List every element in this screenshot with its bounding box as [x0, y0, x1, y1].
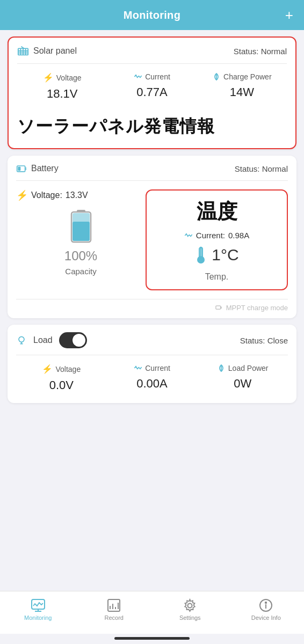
charge-power-icon	[212, 72, 221, 81]
thermometer-icon	[194, 245, 207, 265]
nav-monitoring[interactable]: Monitoring	[0, 596, 76, 623]
load-current-label-group: Current	[134, 364, 170, 372]
load-card: Load Status: Close ⚡ Voltage 0.0V	[8, 325, 296, 403]
load-voltage-icon: ⚡	[42, 364, 53, 374]
load-icon	[16, 335, 27, 346]
current-icon	[134, 72, 142, 81]
record-nav-label: Record	[105, 614, 124, 621]
svg-point-23	[19, 336, 24, 342]
battery-voltage-label: Voltage:	[31, 191, 62, 200]
mppt-label: MPPT charge mode	[226, 304, 288, 312]
svg-point-38	[265, 602, 266, 603]
svg-line-7	[21, 47, 22, 47]
solar-current-value: 0.77A	[136, 85, 168, 99]
load-voltage-metric: ⚡ Voltage 0.0V	[16, 364, 107, 392]
device-info-nav-icon	[258, 598, 273, 613]
solar-card-header: Solar panel Status: Normal	[9, 38, 295, 63]
load-power-metric: Load Power 0W	[197, 364, 288, 392]
solar-charge-power-metric: Charge Power 14W	[197, 72, 287, 101]
battery-current-icon	[184, 231, 193, 240]
device-info-nav-label: Device Info	[251, 614, 281, 621]
voltage-icon: ⚡	[43, 72, 54, 83]
monitoring-nav-label: Monitoring	[24, 614, 52, 621]
solar-card: Solar panel Status: Normal ⚡ Voltage 18.…	[8, 36, 296, 149]
solar-panel-icon	[17, 45, 29, 57]
load-voltage-label-group: ⚡ Voltage	[42, 364, 81, 374]
solar-metrics-row: ⚡ Voltage 18.1V Current 0.77A	[9, 64, 295, 112]
solar-card-title: Solar panel	[33, 46, 77, 56]
battery-left: ⚡ Voltage: 13.3V	[16, 189, 146, 290]
nav-settings[interactable]: Settings	[152, 596, 228, 623]
battery-current-row: Current: 0.98A	[184, 231, 249, 240]
load-current-icon	[134, 364, 142, 372]
battery-voltage-row: ⚡ Voltage: 13.3V	[16, 189, 146, 201]
svg-rect-20	[216, 306, 221, 309]
solar-current-label-group: Current	[134, 72, 170, 81]
battery-card: Battery Status: Normal ⚡ Voltage: 13.3V	[8, 156, 296, 318]
temp-value: 1°C	[212, 246, 238, 264]
load-card-header: Load Status: Close	[8, 325, 296, 355]
load-toggle[interactable]	[59, 332, 87, 348]
settings-nav-label: Settings	[179, 614, 201, 621]
battery-capacity-group: 100% Capacity	[16, 209, 146, 276]
battery-card-title: Battery	[31, 164, 59, 173]
add-button[interactable]: +	[285, 7, 293, 24]
solar-voltage-metric: ⚡ Voltage 18.1V	[17, 72, 107, 101]
battery-voltage-value: 13.3V	[66, 191, 88, 200]
main-content: Solar panel Status: Normal ⚡ Voltage 18.…	[0, 30, 304, 591]
solar-status: Status: Normal	[234, 47, 287, 56]
svg-rect-16	[73, 222, 90, 241]
battery-temp-box: 温度 Current: 0.98A	[146, 189, 288, 290]
record-nav-icon	[106, 598, 121, 613]
battery-pct-value: 100%	[64, 248, 97, 264]
nav-record[interactable]: Record	[76, 596, 153, 623]
temp-title: 温度	[197, 198, 237, 225]
solar-charge-power-value: 14W	[230, 85, 254, 99]
svg-rect-12	[18, 167, 20, 171]
load-metrics-row: ⚡ Voltage 0.0V Current 0.00A	[8, 355, 296, 403]
solar-current-metric: Current 0.77A	[107, 72, 197, 101]
page-title: Monitoring	[124, 9, 180, 21]
solar-japanese-text: ソーラーパネル発電情報	[9, 112, 295, 148]
home-indicator	[114, 637, 190, 640]
solar-voltage-label-group: ⚡ Voltage	[43, 72, 82, 83]
mppt-icon	[215, 304, 223, 312]
battery-capacity-label: Capacity	[65, 267, 96, 276]
load-status: Status: Close	[240, 336, 288, 345]
temp-value-row: 1°C	[194, 245, 238, 265]
svg-point-35	[188, 603, 192, 608]
load-title: Load	[33, 335, 53, 345]
battery-status: Status: Normal	[235, 164, 288, 173]
battery-level-icon	[67, 209, 95, 245]
battery-body: ⚡ Voltage: 13.3V	[8, 181, 296, 299]
load-current-metric: Current 0.00A	[107, 364, 198, 392]
solar-voltage-value: 18.1V	[47, 87, 78, 101]
svg-point-18	[197, 256, 205, 264]
battery-voltage-icon: ⚡	[16, 189, 28, 201]
load-voltage-value: 0.0V	[49, 378, 74, 392]
load-header-left: Load	[16, 332, 87, 348]
solar-charge-power-label-group: Charge Power	[212, 72, 272, 81]
battery-card-header: Battery Status: Normal	[8, 156, 296, 180]
load-power-value: 0W	[234, 377, 251, 391]
settings-nav-icon	[183, 598, 198, 613]
temp-label: Temp.	[205, 272, 229, 282]
monitoring-nav-icon	[31, 598, 46, 613]
header: Monitoring +	[0, 0, 304, 30]
battery-icon	[16, 163, 27, 174]
solar-card-title-group: Solar panel	[17, 45, 77, 57]
nav-device-info[interactable]: Device Info	[228, 596, 305, 623]
load-power-icon	[217, 364, 226, 372]
svg-rect-14	[77, 210, 85, 213]
toggle-knob	[73, 334, 85, 347]
load-power-label-group: Load Power	[217, 364, 269, 372]
battery-card-title-group: Battery	[16, 163, 59, 174]
bottom-nav: Monitoring Record Settings	[0, 591, 304, 634]
load-current-value: 0.00A	[136, 377, 168, 391]
mppt-row: MPPT charge mode	[8, 299, 296, 318]
